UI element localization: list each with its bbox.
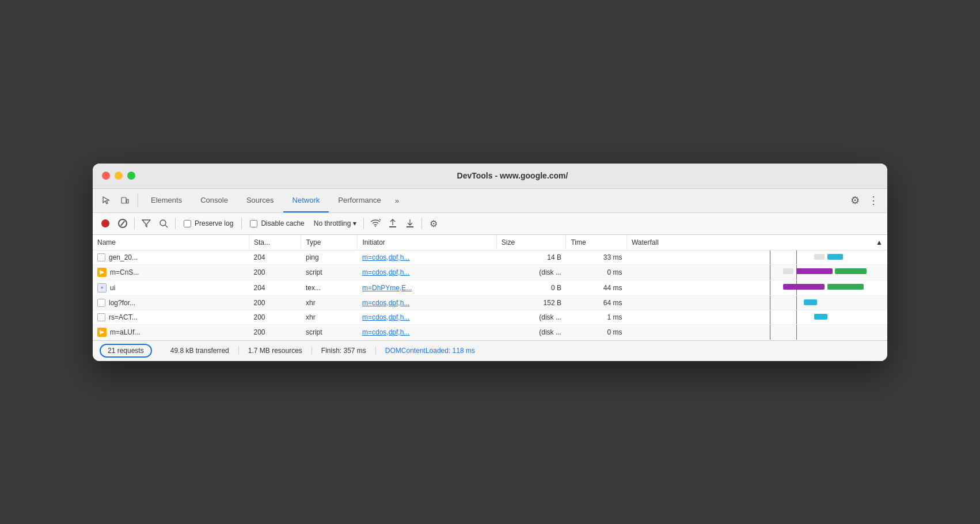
disable-cache-checkbox[interactable] xyxy=(250,220,257,227)
initiator-link[interactable]: m=cdos,dpf,h... xyxy=(362,268,409,276)
waterfall-red-line xyxy=(796,250,797,264)
cell-type: xhr xyxy=(301,295,358,310)
cell-status: 204 xyxy=(249,280,301,295)
waterfall-bar xyxy=(814,314,827,320)
tab-console[interactable]: Console xyxy=(191,188,237,212)
throttling-arrow-icon: ▾ xyxy=(353,219,356,227)
cell-name: ≡ui xyxy=(93,280,249,295)
cell-waterfall xyxy=(626,324,887,340)
tab-sources[interactable]: Sources xyxy=(237,188,283,212)
resources-stat: 1.7 MB resources xyxy=(239,347,312,355)
record-button[interactable] xyxy=(97,215,113,231)
disable-cache-label: Disable cache xyxy=(261,219,304,227)
throttling-label: No throttling xyxy=(314,219,351,227)
cell-time: 33 ms xyxy=(566,250,627,264)
waterfall-bar xyxy=(827,284,864,290)
col-header-initiator[interactable]: Initiator xyxy=(358,235,496,250)
titlebar: DevTools - www.google.com/ xyxy=(93,164,887,189)
wifi-svg xyxy=(370,219,381,227)
download-button[interactable] xyxy=(402,215,418,231)
network-settings-button[interactable]: ⚙ xyxy=(426,215,442,231)
col-header-name[interactable]: Name xyxy=(93,235,249,250)
settings-gear-button[interactable]: ⚙ xyxy=(846,191,864,210)
tab-separator-1 xyxy=(138,193,138,207)
wifi-icon xyxy=(370,219,381,229)
clear-icon xyxy=(118,219,127,228)
col-header-waterfall[interactable]: Waterfall ▲ xyxy=(626,235,887,250)
cell-time: 0 ms xyxy=(566,324,627,340)
tab-overflow-button[interactable]: » xyxy=(390,196,404,205)
cell-size: (disk ... xyxy=(496,310,566,324)
table-row[interactable]: gen_20...204pingm=cdos,dpf,h...14 B33 ms xyxy=(93,250,887,264)
waterfall-blue-line xyxy=(770,265,770,280)
table-row[interactable]: log?for...200xhrm=cdos,dpf,h...152 B64 m… xyxy=(93,295,887,310)
minimize-button[interactable] xyxy=(115,172,123,180)
svg-line-5 xyxy=(379,219,381,221)
close-button[interactable] xyxy=(102,172,110,180)
cell-waterfall xyxy=(626,310,887,324)
initiator-link[interactable]: m=cdos,dpf,h... xyxy=(362,299,409,307)
toolbar-separator-2 xyxy=(175,218,176,229)
waterfall-blue-line xyxy=(770,280,770,295)
table-row[interactable]: m=aLUf...200scriptm=cdos,dpf,h...(disk .… xyxy=(93,324,887,340)
initiator-link[interactable]: m=cdos,dpf,h... xyxy=(362,253,409,261)
device-icon xyxy=(120,196,130,205)
row-checkbox[interactable] xyxy=(97,253,105,261)
tab-elements[interactable]: Elements xyxy=(142,188,191,212)
transferred-stat: 49.8 kB transferred xyxy=(161,347,239,355)
row-checkbox[interactable] xyxy=(97,299,105,307)
waterfall-bar xyxy=(835,268,866,274)
cell-time: 1 ms xyxy=(566,310,627,324)
cell-type: xhr xyxy=(301,310,358,324)
device-toolbar-button[interactable] xyxy=(116,191,134,210)
cell-name: m=CnS... xyxy=(93,264,249,280)
cell-type: script xyxy=(301,264,358,280)
network-toolbar: Preserve log Disable cache No throttling… xyxy=(93,213,887,235)
cell-status: 200 xyxy=(249,295,301,310)
preserve-log-checkbox[interactable] xyxy=(184,220,191,227)
cell-name-text: m=aLUf... xyxy=(110,328,140,336)
cell-type: ping xyxy=(301,250,358,264)
cell-initiator: m=cdos,dpf,h... xyxy=(358,324,496,340)
tab-performance[interactable]: Performance xyxy=(329,188,390,212)
waterfall-red-line xyxy=(796,325,797,340)
preserve-log-group: Preserve log xyxy=(179,219,238,227)
col-header-time[interactable]: Time xyxy=(566,235,627,250)
cell-time: 44 ms xyxy=(566,280,627,295)
cell-waterfall xyxy=(626,250,887,264)
disable-cache-group: Disable cache xyxy=(245,219,309,227)
clear-button[interactable] xyxy=(115,215,131,231)
cell-initiator: m=DhPYme,E... xyxy=(358,280,496,295)
maximize-button[interactable] xyxy=(127,172,135,180)
throttling-dropdown[interactable]: No throttling ▾ xyxy=(310,218,360,229)
table-row[interactable]: rs=ACT...200xhrm=cdos,dpf,h...(disk ...1… xyxy=(93,310,887,324)
window-title: DevTools - www.google.com/ xyxy=(147,171,878,180)
filter-button[interactable] xyxy=(138,215,154,231)
search-button[interactable] xyxy=(155,215,172,231)
cell-initiator: m=cdos,dpf,h... xyxy=(358,264,496,280)
cell-name: log?for... xyxy=(93,295,249,310)
toolbar-separator-1 xyxy=(134,218,135,229)
wifi-button[interactable] xyxy=(367,215,383,231)
cell-name-text: rs=ACT... xyxy=(109,313,138,321)
table-row[interactable]: m=CnS...200scriptm=cdos,dpf,h...(disk ..… xyxy=(93,264,887,280)
cell-name: m=aLUf... xyxy=(93,324,249,340)
cell-name-text: ui xyxy=(110,284,115,292)
inspector-icon-button[interactable] xyxy=(97,191,116,210)
table-row[interactable]: ≡ui204tex...m=DhPYme,E...0 B44 ms xyxy=(93,280,887,295)
initiator-link[interactable]: m=cdos,dpf,h... xyxy=(362,313,409,321)
row-checkbox[interactable] xyxy=(97,313,105,321)
initiator-link[interactable]: m=cdos,dpf,h... xyxy=(362,328,409,336)
initiator-link[interactable]: m=DhPYme,E... xyxy=(362,284,412,292)
col-header-type[interactable]: Type xyxy=(301,235,358,250)
col-header-size[interactable]: Size xyxy=(496,235,566,250)
tab-network[interactable]: Network xyxy=(283,188,329,212)
waterfall-blue-line xyxy=(770,296,770,310)
col-header-status[interactable]: Sta... xyxy=(249,235,301,250)
cell-size: 152 B xyxy=(496,295,566,310)
more-options-button[interactable]: ⋮ xyxy=(864,191,883,210)
cell-name-text: log?for... xyxy=(109,299,135,307)
upload-button[interactable] xyxy=(385,215,401,231)
cell-initiator: m=cdos,dpf,h... xyxy=(358,295,496,310)
doc-icon: ≡ xyxy=(97,283,107,293)
